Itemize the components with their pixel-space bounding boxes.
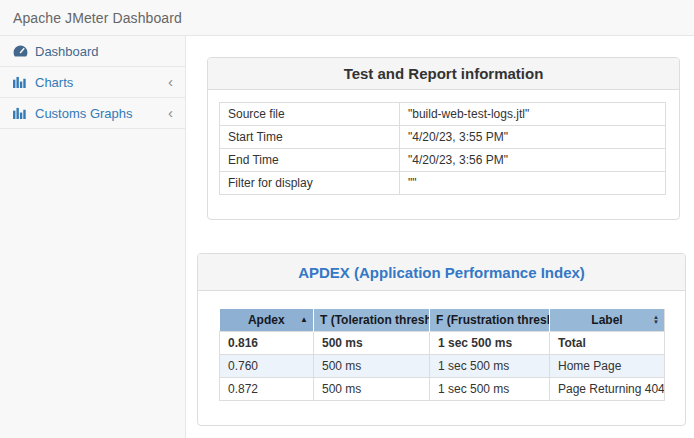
panel-title: APDEX (Application Performance Index): [298, 264, 585, 281]
info-value: "4/20/23, 3:56 PM": [400, 149, 666, 172]
sidebar-item-charts[interactable]: Charts ‹: [0, 67, 185, 98]
info-label: Filter for display: [220, 172, 400, 195]
test-report-info-panel: Test and Report information Source file …: [207, 57, 680, 220]
table-row: Filter for display "": [220, 172, 666, 195]
cell-label: Page Returning 404: [550, 377, 665, 400]
chevron-left-icon: ‹: [168, 74, 173, 91]
column-label: F (Frustration threshold): [436, 313, 550, 327]
cell-apdex: 0.760: [220, 354, 314, 377]
chevron-left-icon: ‹: [168, 105, 173, 122]
panel-heading: Test and Report information: [208, 58, 679, 90]
test-report-info-table: Source file "build-web-test-logs.jtl" St…: [219, 102, 666, 195]
info-value: "": [400, 172, 666, 195]
column-label: Apdex: [248, 313, 285, 327]
column-label: Label: [591, 313, 622, 327]
sidebar-item-dashboard[interactable]: Dashboard: [0, 36, 185, 67]
column-header-apdex[interactable]: Apdex ▲: [220, 309, 314, 331]
cell-apdex: 0.872: [220, 377, 314, 400]
apdex-panel: APDEX (Application Performance Index) Ap…: [197, 253, 686, 426]
sidebar: Dashboard Charts ‹ Customs Graphs ‹: [0, 36, 186, 438]
bar-chart-icon: [13, 107, 28, 119]
info-label: Start Time: [220, 126, 400, 149]
sidebar-item-customs-graphs[interactable]: Customs Graphs ‹: [0, 98, 185, 129]
table-row: Source file "build-web-test-logs.jtl": [220, 103, 666, 126]
cell-toleration: 500 ms: [314, 331, 430, 354]
table-header-row: Apdex ▲ T (Toleration threshold) ▲▼ F (F…: [220, 309, 665, 331]
sort-ascending-icon: ▲: [300, 316, 308, 324]
panel-body: Apdex ▲ T (Toleration threshold) ▲▼ F (F…: [198, 291, 685, 425]
panel-title: Test and Report information: [344, 65, 544, 82]
panel-heading: APDEX (Application Performance Index): [198, 254, 685, 291]
info-label: Source file: [220, 103, 400, 126]
column-header-frustration-threshold[interactable]: F (Frustration threshold) ▲▼: [430, 309, 550, 331]
panel-body: Source file "build-web-test-logs.jtl" St…: [208, 90, 679, 219]
cell-frustration: 1 sec 500 ms: [430, 331, 550, 354]
table-row: 0.760 500 ms 1 sec 500 ms Home Page: [220, 354, 665, 377]
cell-label: Home Page: [550, 354, 665, 377]
cell-label: Total: [550, 331, 665, 354]
column-label: T (Toleration threshold): [320, 313, 430, 327]
column-header-label[interactable]: Label ▲▼: [550, 309, 665, 331]
info-value: "build-web-test-logs.jtl": [400, 103, 666, 126]
sort-icon: ▲▼: [653, 315, 659, 325]
info-label: End Time: [220, 149, 400, 172]
table-row: 0.872 500 ms 1 sec 500 ms Page Returning…: [220, 377, 665, 400]
table-row: Start Time "4/20/23, 3:55 PM": [220, 126, 666, 149]
top-navbar: Apache JMeter Dashboard: [0, 0, 694, 36]
cell-toleration: 500 ms: [314, 354, 430, 377]
cell-frustration: 1 sec 500 ms: [430, 377, 550, 400]
cell-frustration: 1 sec 500 ms: [430, 354, 550, 377]
column-header-toleration-threshold[interactable]: T (Toleration threshold) ▲▼: [314, 309, 430, 331]
sidebar-item-label: Dashboard: [35, 44, 173, 59]
cell-toleration: 500 ms: [314, 377, 430, 400]
cell-apdex: 0.816: [220, 331, 314, 354]
apdex-table: Apdex ▲ T (Toleration threshold) ▲▼ F (F…: [219, 309, 665, 401]
table-row-total: 0.816 500 ms 1 sec 500 ms Total: [220, 331, 665, 354]
info-value: "4/20/23, 3:55 PM": [400, 126, 666, 149]
sidebar-item-label: Customs Graphs: [35, 106, 168, 121]
bar-chart-icon: [13, 76, 28, 88]
gauge-icon: [13, 45, 28, 57]
app-title[interactable]: Apache JMeter Dashboard: [13, 10, 182, 26]
sidebar-item-label: Charts: [35, 75, 168, 90]
table-row: End Time "4/20/23, 3:56 PM": [220, 149, 666, 172]
